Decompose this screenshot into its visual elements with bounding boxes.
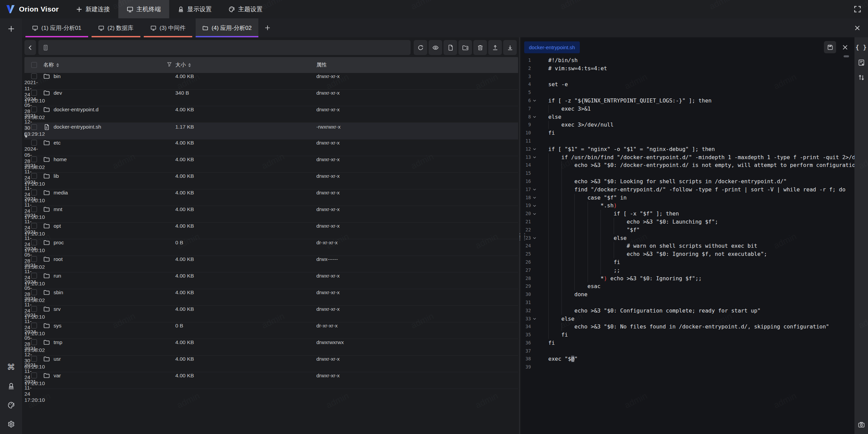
code-line: 20if [ -x "$f" ]; then <box>521 210 854 218</box>
row-checkbox[interactable] <box>31 156 37 162</box>
upload-button[interactable] <box>488 40 502 55</box>
refresh-button[interactable] <box>414 40 427 55</box>
table-row[interactable]: mnt4.00 KBdrwxr-xr-x2021-11-24 17:20:10 <box>24 206 518 223</box>
close-editor-button[interactable] <box>839 41 851 53</box>
table-row[interactable]: bin4.00 KBdrwxr-xr-x2021-11-24 17:20:10 <box>24 73 518 90</box>
fullscreen-button[interactable] <box>852 3 863 15</box>
commands-button[interactable]: ⌘ <box>5 361 17 373</box>
menu-theme-settings[interactable]: 主题设置 <box>220 0 271 18</box>
menu-host-terminal[interactable]: 主机终端 <box>118 0 169 18</box>
save-file-button[interactable] <box>824 41 836 53</box>
settings-button[interactable] <box>5 418 17 430</box>
new-folder-button[interactable] <box>458 40 472 55</box>
table-row[interactable]: var4.00 KBdrwxr-xr-x2021-11-24 17:20:10 <box>24 372 518 389</box>
fold-chevron-icon[interactable] <box>531 234 538 242</box>
row-checkbox[interactable] <box>31 356 37 362</box>
code-line: 26fi <box>521 258 854 266</box>
table-row[interactable]: lib4.00 KBdrwxr-xr-x2021-11-24 17:20:10 <box>24 173 518 189</box>
add-tab-button[interactable] <box>258 18 277 37</box>
fold-chevron-icon[interactable] <box>531 145 538 153</box>
fold-chevron-icon[interactable] <box>531 194 538 202</box>
editor-scrollbar-thumb[interactable] <box>844 55 849 57</box>
table-row[interactable]: dev340 Bdrwxr-xr-x2024-05-28 23:58:02 <box>24 90 518 106</box>
terminal-tab-3[interactable]: (3) 中间件 <box>144 18 193 37</box>
table-row[interactable]: proc0 Bdr-xr-xr-x2024-05-28 23:58:02 <box>24 239 518 256</box>
row-checkbox[interactable] <box>31 373 37 378</box>
row-checkbox[interactable] <box>31 90 37 96</box>
terminal-tab-2[interactable]: (2) 数据库 <box>92 18 140 37</box>
row-checkbox[interactable] <box>31 173 37 179</box>
folder-icon <box>43 90 50 96</box>
add-connection-button[interactable] <box>5 23 17 35</box>
close-panel-button[interactable] <box>854 18 868 37</box>
row-checkbox[interactable] <box>31 124 37 130</box>
column-header-name[interactable]: 名称 <box>43 61 175 69</box>
new-file-button[interactable] <box>443 40 457 55</box>
panel-resize-handle[interactable]: ⋮⋮⋮⋮ <box>518 37 521 434</box>
editor-file-tab[interactable]: docker-entrypoint.sh <box>524 41 580 53</box>
table-row[interactable]: sbin4.00 KBdrwxr-xr-x2021-11-24 17:20:10 <box>24 289 518 306</box>
column-header-size[interactable]: 大小 <box>175 61 316 69</box>
table-row[interactable]: usr4.00 KBdrwxr-xr-x2021-11-24 17:20:10 <box>24 356 518 372</box>
row-checkbox[interactable] <box>31 306 37 312</box>
code-line: 14echo >&3 "$0: /docker-entrypoint.d/ is… <box>521 161 854 169</box>
filter-funnel-icon[interactable] <box>167 62 172 68</box>
row-checkbox[interactable] <box>31 256 37 262</box>
file-name: sys <box>54 323 61 329</box>
code-editor[interactable]: 1#!/bin/sh2# vim:sw=4:ts=4:et34set -e56i… <box>521 54 854 434</box>
table-row[interactable]: media4.00 KBdrwxr-xr-x2021-11-24 17:20:1… <box>24 189 518 206</box>
row-checkbox[interactable] <box>31 73 37 79</box>
table-row[interactable]: home4.00 KBdrwxr-xr-x2021-11-24 17:20:10 <box>24 156 518 173</box>
format-braces-button[interactable]: { } <box>856 43 866 52</box>
table-row[interactable]: srv4.00 KBdrwxr-xr-x2021-11-24 17:20:10 <box>24 306 518 322</box>
table-row[interactable]: tmp4.00 KBdrwxrwxrwx2021-12-30 03:29:10 <box>24 339 518 356</box>
row-checkbox[interactable] <box>31 107 37 112</box>
line-number: 22 <box>521 226 531 234</box>
row-checkbox[interactable] <box>31 273 37 279</box>
fold-chevron-icon[interactable] <box>531 113 538 121</box>
fold-chevron-icon[interactable] <box>531 210 538 218</box>
table-row[interactable]: docker-entrypoint.sh1.17 KB-rwxrwxr-x <box>24 123 518 139</box>
fold-chevron-icon[interactable] <box>531 186 538 194</box>
row-checkbox[interactable] <box>31 206 37 212</box>
menu-new-connection[interactable]: 新建连接 <box>67 0 118 18</box>
screenshot-button[interactable] <box>856 420 866 429</box>
path-input[interactable] <box>52 45 407 51</box>
table-row[interactable]: etc4.00 KBdrwxr-xr-x2024-05-28 23:58:02 <box>24 139 518 156</box>
show-hidden-button[interactable] <box>429 40 442 55</box>
table-row[interactable]: root4.00 KBdrwx------2021-11-24 17:20:10 <box>24 256 518 272</box>
permission-icon[interactable] <box>24 132 28 138</box>
column-header-attrs[interactable]: 属性 <box>316 61 518 69</box>
row-checkbox[interactable] <box>31 190 37 195</box>
row-checkbox[interactable] <box>31 223 37 229</box>
delete-button[interactable] <box>473 40 487 55</box>
fold-chevron-icon[interactable] <box>531 202 538 210</box>
table-row[interactable]: run4.00 KBdrwxr-xr-x2024-05-28 23:58:02 <box>24 272 518 289</box>
gear-icon <box>7 420 15 428</box>
table-row[interactable]: docker-entrypoint.d4.00 KBdrwxr-xr-x2021… <box>24 106 518 123</box>
fold-chevron-icon[interactable] <box>531 97 538 105</box>
select-all-checkbox[interactable] <box>31 62 37 68</box>
table-row[interactable]: sys0 Bdr-xr-xr-x2024-05-28 23:58:02 <box>24 322 518 339</box>
sort-lines-button[interactable] <box>856 73 866 82</box>
download-button[interactable] <box>503 40 517 55</box>
row-checkbox[interactable] <box>31 289 37 295</box>
row-checkbox[interactable] <box>31 339 37 345</box>
row-checkbox[interactable] <box>31 240 37 245</box>
file-size: 4.00 KB <box>175 273 316 279</box>
terminal-tab-4[interactable]: (4) 应用-分析02 <box>196 18 258 37</box>
theme-button[interactable] <box>5 399 17 411</box>
code-line: 27;; <box>521 266 854 275</box>
fold-chevron-icon[interactable] <box>531 315 538 323</box>
menu-display-settings[interactable]: 显示设置 <box>169 0 220 18</box>
file-info-button[interactable] <box>856 58 866 67</box>
row-checkbox[interactable] <box>31 140 37 146</box>
fold-chevron-icon[interactable] <box>531 153 538 162</box>
brand: Orion Visor <box>0 0 67 18</box>
display-settings-button[interactable] <box>5 380 17 392</box>
terminal-tab-1[interactable]: (1) 应用-分析01 <box>25 18 88 37</box>
table-row[interactable]: opt4.00 KBdrwxr-xr-x2021-11-24 17:20:10 <box>24 223 518 239</box>
code-line: 8else <box>521 113 854 121</box>
row-checkbox[interactable] <box>31 323 37 328</box>
back-button[interactable] <box>24 40 36 55</box>
